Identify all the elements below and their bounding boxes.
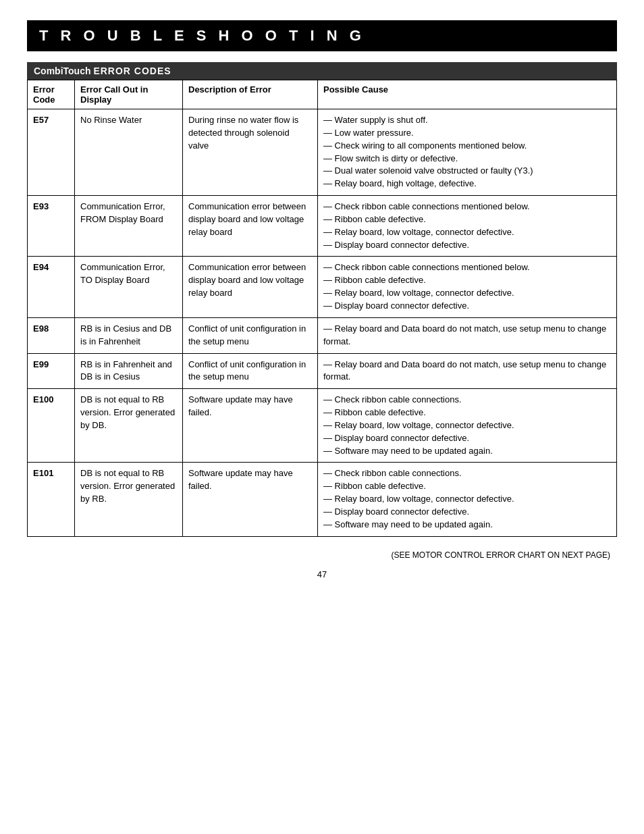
cell-description: Communication error between display boar…	[183, 196, 318, 257]
cell-display: RB is in Cesius and DB is in Fahrenheit	[75, 317, 183, 353]
cell-description: During rinse no water flow is detected t…	[183, 109, 318, 196]
cell-display: Communication Error, TO Display Board	[75, 257, 183, 317]
table-row: E100DB is not equal to RB version. Error…	[28, 389, 617, 463]
cell-cause: — Check ribbon cable connections.— Ribbo…	[318, 463, 617, 536]
cell-code: E99	[28, 353, 75, 389]
cell-cause: — Check ribbon cable connections.— Ribbo…	[318, 389, 617, 463]
cell-description: Software update may have failed.	[183, 389, 318, 463]
section-header-bold: CombiTouch	[34, 66, 93, 76]
cell-display: DB is not equal to RB version. Error gen…	[75, 389, 183, 463]
cell-cause: — Relay board and Data board do not matc…	[318, 353, 617, 389]
cell-display: Communication Error, FROM Display Board	[75, 196, 183, 257]
cell-description: Conflict of unit configuration in the se…	[183, 353, 318, 389]
error-codes-table: ErrorCode Error Call Out in Display Desc…	[27, 80, 617, 537]
col-header-code: ErrorCode	[28, 80, 75, 109]
page-title: T R O U B L E S H O O T I N G	[27, 20, 617, 51]
cell-display: RB is in Fahrenheit and DB is in Cesius	[75, 353, 183, 389]
table-header-row: ErrorCode Error Call Out in Display Desc…	[28, 80, 617, 109]
footer-note: (SEE MOTOR CONTROL ERROR CHART ON NEXT P…	[27, 550, 617, 560]
cell-cause: — Check ribbon cable connections mention…	[318, 257, 617, 317]
cell-cause: — Water supply is shut off.— Low water p…	[318, 109, 617, 196]
cell-display: No Rinse Water	[75, 109, 183, 196]
cell-code: E98	[28, 317, 75, 353]
cell-code: E57	[28, 109, 75, 196]
cell-code: E100	[28, 389, 75, 463]
page-number: 47	[27, 569, 617, 579]
table-row: E57No Rinse WaterDuring rinse no water f…	[28, 109, 617, 196]
table-row: E98RB is in Cesius and DB is in Fahrenhe…	[28, 317, 617, 353]
col-header-display: Error Call Out in Display	[75, 80, 183, 109]
cell-cause: — Relay board and Data board do not matc…	[318, 317, 617, 353]
cell-description: Conflict of unit configuration in the se…	[183, 317, 318, 353]
table-row: E93Communication Error, FROM Display Boa…	[28, 196, 617, 257]
cell-code: E101	[28, 463, 75, 536]
col-header-description: Description of Error	[183, 80, 318, 109]
cell-description: Software update may have failed.	[183, 463, 318, 536]
section-header: CombiTouch ERROR CODES	[27, 62, 617, 80]
cell-description: Communication error between display boar…	[183, 257, 318, 317]
col-header-cause: Possible Cause	[318, 80, 617, 109]
cell-code: E93	[28, 196, 75, 257]
table-row: E101DB is not equal to RB version. Error…	[28, 463, 617, 536]
cell-cause: — Check ribbon cable connections mention…	[318, 196, 617, 257]
table-row: E94Communication Error, TO Display Board…	[28, 257, 617, 317]
cell-code: E94	[28, 257, 75, 317]
section-header-normal: ERROR CODES	[93, 66, 171, 76]
table-row: E99RB is in Fahrenheit and DB is in Cesi…	[28, 353, 617, 389]
cell-display: DB is not equal to RB version. Error gen…	[75, 463, 183, 536]
